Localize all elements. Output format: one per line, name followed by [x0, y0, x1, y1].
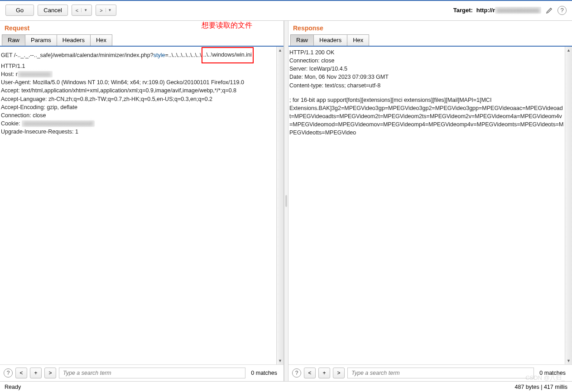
request-header-accept-enc: Accept-Encoding: gzip, deflate [1, 103, 275, 111]
scroll-down-icon[interactable]: ▼ [565, 357, 572, 364]
search-prev-button[interactable]: < [15, 368, 27, 378]
toolbar: Go Cancel < ▼ > ▼ Target: http://rxxxxxx… [0, 0, 572, 20]
toolbar-right: Target: http://rxxxxxxxxxxxxx ? [453, 6, 567, 15]
search-help-icon[interactable]: ? [4, 368, 13, 378]
forward-dropdown-icon[interactable]: ▼ [106, 8, 114, 12]
request-header-accept: Accept: text/html,application/xhtml+xml,… [1, 86, 275, 95]
go-button[interactable]: Go [5, 5, 34, 16]
blank-line [289, 90, 564, 96]
request-path: GET /-.._._.--.._safe}/webmail/calendar/… [1, 52, 154, 58]
scroll-down-icon[interactable]: ▼ [277, 357, 284, 364]
search-add-button[interactable]: + [30, 368, 42, 378]
response-editor[interactable]: HTTP/1.1 200 OK Connection: close Server… [288, 47, 565, 364]
request-param-equals: = [165, 52, 168, 58]
response-header-server: Server: IceWarp/10.4.5 [289, 65, 564, 73]
toolbar-left: Go Cancel < ▼ > ▼ [5, 5, 116, 16]
upgrade-text: Upgrade-Insecure-Requests: 1 [1, 129, 78, 135]
scroll-up-icon[interactable]: ▲ [565, 47, 572, 54]
response-title: Response [288, 21, 572, 34]
help-icon[interactable]: ? [558, 6, 567, 15]
cookie-redacted: xxxxxxxxxxxxxxxxxxxxxxxxl [22, 120, 95, 127]
request-scrollbar[interactable]: ▲ ▼ [276, 47, 284, 364]
response-tabs: Raw Headers Hex [288, 34, 572, 46]
tab-hex-response[interactable]: Hex [347, 34, 369, 46]
request-line: GET /-.._._.--.._safe}/webmail/calendar/… [1, 48, 275, 62]
request-traversal: ..\..\..\..\..\..\..\ [168, 52, 202, 58]
target-url: http://rxxxxxxxxxxxxx [476, 7, 541, 14]
search-add-button[interactable]: + [318, 368, 330, 378]
search-input[interactable] [347, 368, 534, 378]
request-header-connection: Connection: close [1, 111, 275, 120]
response-panel: Response Raw Headers Hex HTTP/1.1 200 OK… [288, 21, 572, 381]
search-matches: 0 matches [537, 370, 568, 376]
cancel-button[interactable]: Cancel [38, 5, 67, 16]
host-redacted: xxxxxxxxxxx [18, 71, 53, 77]
request-panel: 想要读取的文件 Request Raw Params Headers Hex G… [0, 21, 284, 381]
chevron-right-icon: > [98, 8, 104, 13]
response-scrollbar[interactable]: ▲ ▼ [565, 47, 572, 364]
search-next-button[interactable]: > [333, 368, 345, 378]
request-editor[interactable]: GET /-.._._.--.._safe}/webmail/calendar/… [0, 47, 276, 364]
tab-raw[interactable]: Raw [2, 34, 25, 46]
response-body: ; for 16-bit app support[fonts][extensio… [289, 96, 564, 137]
status-bar: Ready 487 bytes | 417 millis [0, 381, 572, 392]
response-header-content-type: Content-type: text/css; charset=utf-8 [289, 81, 564, 90]
target-label: Target: [453, 7, 473, 14]
request-search-row: ? < + > 0 matches [0, 364, 284, 381]
host-label: Host: r [1, 71, 18, 77]
request-header-upgrade: Upgrade-Insecure-Requests: 1 [1, 128, 275, 136]
back-dropdown-icon[interactable]: ▼ [81, 8, 90, 12]
highlighted-payload: ..\..\windows/win.ini [202, 47, 254, 63]
request-title: Request [0, 21, 284, 34]
target-url-redacted: xxxxxxxxxxxxx [495, 7, 541, 14]
response-search-row: ? < + > 0 matches [288, 364, 572, 381]
status-left: Ready [5, 384, 21, 390]
search-next-button[interactable]: > [44, 368, 56, 378]
request-tabs: Raw Params Headers Hex [0, 34, 284, 46]
search-help-icon[interactable]: ? [292, 368, 301, 378]
cookie-label: Cookie: [1, 120, 22, 127]
back-button[interactable]: < ▼ [72, 5, 92, 16]
chevron-left-icon: < [74, 8, 80, 13]
response-status-line: HTTP/1.1 200 OK [289, 48, 564, 57]
status-right: 487 bytes | 417 millis [515, 384, 568, 390]
search-prev-button[interactable]: < [304, 368, 316, 378]
request-param-name: style [154, 52, 165, 58]
target-url-prefix: http://r [476, 7, 495, 14]
tab-params[interactable]: Params [25, 34, 57, 46]
request-content-wrap: GET /-.._._.--.._safe}/webmail/calendar/… [0, 46, 284, 364]
search-matches: 0 matches [248, 370, 280, 376]
forward-button[interactable]: > ▼ [96, 5, 116, 16]
response-header-date: Date: Mon, 06 Nov 2023 07:09:33 GMT [289, 73, 564, 81]
request-header-host: Host: rxxxxxxxxxxx [1, 70, 275, 78]
response-header-connection: Connection: close [289, 57, 564, 65]
scroll-up-icon[interactable]: ▲ [277, 47, 284, 54]
vertical-splitter[interactable] [284, 21, 288, 381]
tab-headers-response[interactable]: Headers [313, 34, 347, 46]
search-input[interactable] [59, 368, 245, 378]
split-panels: 想要读取的文件 Request Raw Params Headers Hex G… [0, 20, 572, 381]
pencil-icon[interactable] [545, 6, 554, 15]
request-header-ua: User-Agent: Mozilla/5.0 (Windows NT 10.0… [1, 78, 275, 86]
request-header-cookie: Cookie: xxxxxxxxxxxxxxxxxxxxxxxxl [1, 120, 275, 128]
tab-headers[interactable]: Headers [57, 34, 91, 46]
tab-raw-response[interactable]: Raw [290, 34, 314, 46]
tab-hex[interactable]: Hex [90, 34, 112, 46]
response-content-wrap: HTTP/1.1 200 OK Connection: close Server… [288, 46, 572, 364]
request-header-accept-lang: Accept-Language: zh-CN,zh;q=0.8,zh-TW;q=… [1, 95, 275, 103]
